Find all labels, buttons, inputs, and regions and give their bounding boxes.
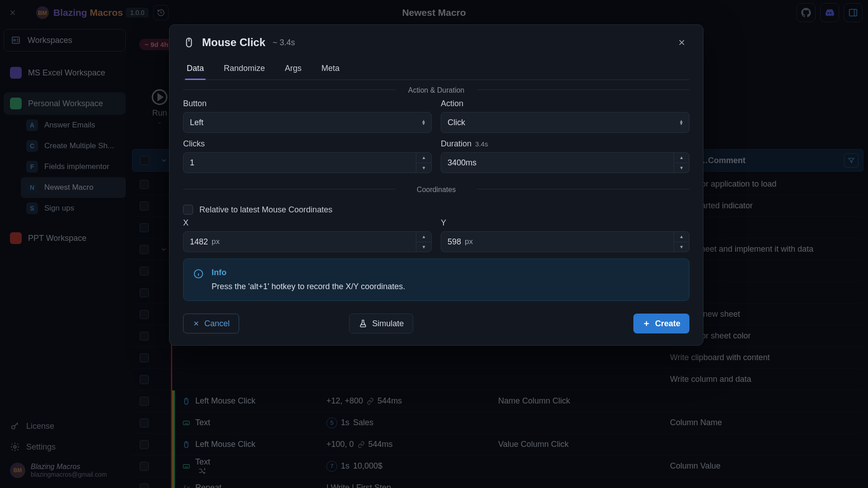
modal-close-button[interactable] [674, 35, 689, 50]
tab-args[interactable]: Args [283, 58, 303, 80]
stepper-down[interactable]: ▼ [674, 163, 689, 173]
relative-checkbox[interactable] [183, 205, 193, 215]
stepper-up[interactable]: ▲ [416, 153, 431, 163]
stepper-up[interactable]: ▲ [674, 153, 689, 163]
tab-randomize[interactable]: Randomize [222, 58, 267, 80]
clicks-input[interactable]: 1▲▼ [183, 152, 432, 173]
simulate-label: Simulate [372, 319, 404, 328]
plus-icon [642, 319, 651, 328]
button-select[interactable]: Left▲▼ [183, 112, 432, 133]
flask-icon [359, 319, 368, 328]
simulate-button[interactable]: Simulate [349, 314, 413, 333]
tab-data[interactable]: Data [185, 58, 206, 80]
unit-px: px [465, 237, 473, 246]
stepper-down[interactable]: ▼ [416, 242, 431, 252]
duration-hint: 3.4s [475, 140, 488, 148]
info-icon [193, 269, 203, 279]
y-label: Y [441, 218, 689, 228]
x-value: 1482 [190, 237, 208, 247]
y-input[interactable]: 598px▲▼ [441, 231, 689, 252]
x-label: X [183, 218, 432, 228]
modal-subtitle: ~ 3.4s [273, 38, 295, 47]
x-input[interactable]: 1482px▲▼ [183, 231, 432, 252]
section-action-duration: Action & Duration [183, 80, 689, 99]
stepper-up[interactable]: ▲ [674, 232, 689, 242]
close-icon [193, 320, 200, 327]
stepper-down[interactable]: ▼ [416, 163, 431, 173]
button-value: Left [190, 118, 203, 127]
duration-label: Duration [441, 139, 472, 149]
modal-title: Mouse Click [202, 36, 265, 49]
tab-meta[interactable]: Meta [320, 58, 341, 80]
clicks-label: Clicks [183, 139, 432, 149]
create-button[interactable]: Create [633, 314, 689, 333]
select-caret-icon: ▲▼ [421, 120, 426, 125]
cancel-label: Cancel [204, 319, 230, 328]
duration-value: 3400ms [448, 158, 476, 168]
action-value: Click [448, 118, 465, 127]
clicks-value: 1 [190, 158, 194, 168]
button-label: Button [183, 99, 432, 108]
unit-px: px [212, 237, 220, 246]
select-caret-icon: ▲▼ [679, 120, 684, 125]
action-select[interactable]: Click▲▼ [441, 112, 689, 133]
info-box: Info Press the 'alt+1' hotkey to record … [183, 258, 689, 301]
cancel-button[interactable]: Cancel [183, 314, 239, 333]
y-value: 598 [448, 237, 461, 247]
info-title: Info [212, 268, 405, 277]
stepper-down[interactable]: ▼ [674, 242, 689, 252]
mouse-click-modal: Mouse Click ~ 3.4s Data Randomize Args M… [169, 24, 703, 346]
info-body: Press the 'alt+1' hotkey to record the X… [212, 282, 405, 291]
mouse-icon [183, 37, 195, 48]
duration-input[interactable]: 3400ms▲▼ [441, 152, 689, 173]
relative-label: Relative to latest Mouse Coordinates [199, 205, 332, 215]
section-coordinates: Coordinates [183, 179, 689, 198]
create-label: Create [655, 319, 680, 328]
action-label: Action [441, 99, 689, 108]
stepper-up[interactable]: ▲ [416, 232, 431, 242]
